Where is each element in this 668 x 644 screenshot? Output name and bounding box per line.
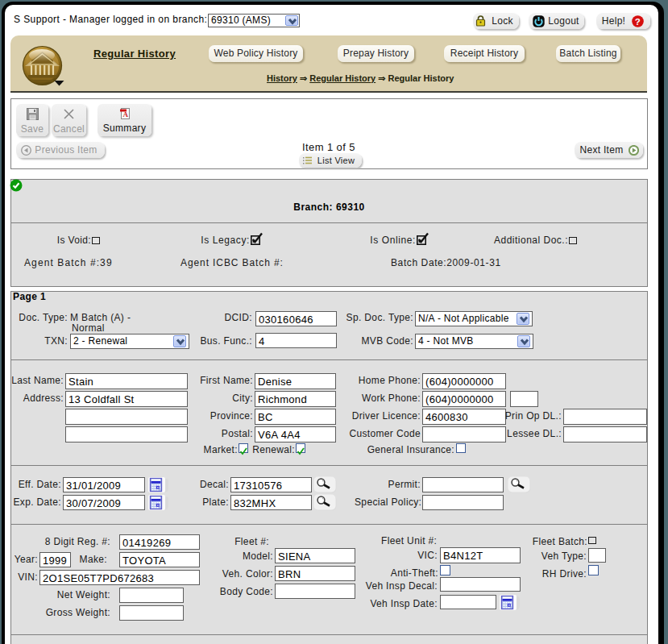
- svg-text:?: ?: [635, 16, 641, 26]
- svg-text:A: A: [122, 110, 128, 118]
